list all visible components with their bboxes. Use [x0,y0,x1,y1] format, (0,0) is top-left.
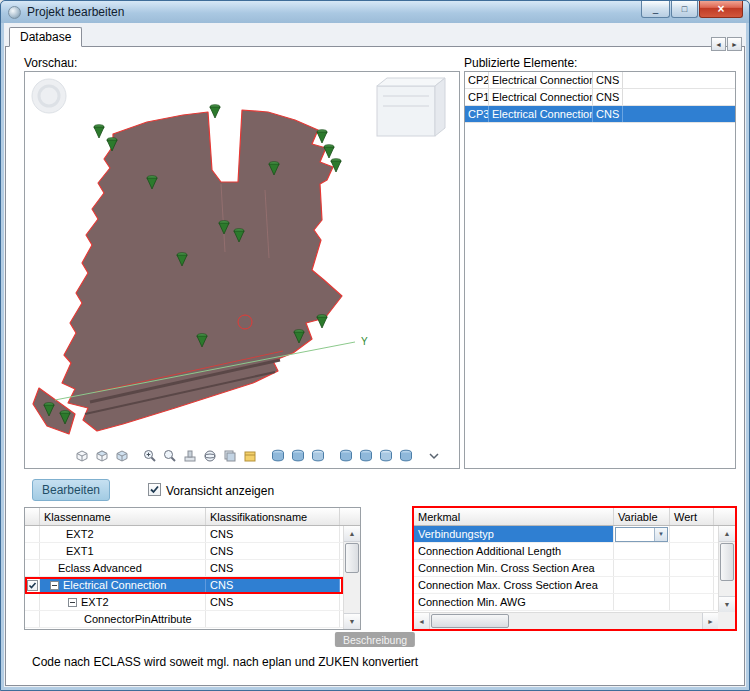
section-view-icon[interactable] [269,448,286,465]
materials-icon[interactable] [241,448,258,465]
layers-icon[interactable] [221,448,238,465]
class-row[interactable]: EXT2 CNS [25,594,343,611]
arrow-right-icon: ► [707,618,714,625]
wert-cell[interactable] [670,543,714,559]
arrow-down-icon: ▼ [724,601,731,608]
section-view-icon[interactable] [357,448,374,465]
scroll-up-button[interactable]: ▲ [344,526,360,542]
scroll-down-button[interactable]: ▼ [719,596,735,612]
show-preview-checkbox[interactable] [148,483,161,496]
header-klassifikationsname[interactable]: Klassifikationsname [206,508,340,525]
scroll-left-button[interactable]: ◄ [414,613,430,629]
class-row[interactable]: EXT1 CNS [25,543,343,560]
variable-cell[interactable] [614,560,670,576]
published-row-selected[interactable]: CP3 Electrical Connection CNS [465,106,735,123]
header-merkmal[interactable]: Merkmal [414,508,614,525]
published-row[interactable]: CP2 Electrical Connection CNS [465,72,735,89]
row-checkbox-cell[interactable] [25,611,40,627]
row-checkbox-cell[interactable] [25,594,40,610]
dialog-client-area: Database ◄ ► Vorschau: Publizierte Eleme… [4,23,746,687]
nav-left-button[interactable]: ◄ [711,37,726,51]
published-row[interactable]: CP1 Electrical Connection CNS [465,89,735,106]
header-wert[interactable]: Wert [670,508,714,525]
merkmal-vscrollbar[interactable]: ▲ ▼ [718,526,735,612]
class-row-selected[interactable]: Electrical Connection CNS [25,577,343,594]
class-classification: CNS [206,543,340,559]
scroll-thumb[interactable] [431,614,509,628]
edit-button[interactable]: Bearbeiten [32,479,110,501]
published-type: Electrical Connection [489,89,593,105]
merkmal-row[interactable]: Connection Min. Cross Section Area [414,560,718,577]
wert-cell[interactable] [670,577,714,593]
variable-cell[interactable] [614,577,670,593]
header-klassenname[interactable]: Klassenname [40,508,206,525]
row-checkbox-cell[interactable] [25,543,40,559]
tab-database[interactable]: Database [9,27,82,47]
y-axis-label: Y [361,336,368,347]
section-view-icon[interactable] [397,448,414,465]
chevron-down-icon[interactable] [425,448,442,465]
nav-right-button[interactable]: ► [727,37,742,51]
variable-cell[interactable] [614,543,670,559]
collapse-expander-icon[interactable] [68,598,77,607]
minimize-button[interactable]: – [641,1,670,18]
dropdown-button[interactable]: ▼ [654,528,667,541]
class-name: EXT2 [66,528,94,540]
collapse-expander-icon[interactable] [50,581,59,590]
wert-cell[interactable] [670,594,714,610]
merkmal-hscrollbar[interactable]: ◄ ► [414,612,718,629]
merkmal-row[interactable]: Connection Max. Cross Section Area [414,577,718,594]
section-view-icon[interactable] [377,448,394,465]
scroll-down-button[interactable]: ▼ [344,613,360,629]
merkmal-name: Connection Min. AWG [414,594,614,610]
scroll-up-button[interactable]: ▲ [719,526,735,542]
row-checkbox-checked[interactable] [27,580,38,591]
top-view-icon[interactable] [113,448,130,465]
scroll-thumb[interactable] [720,543,734,581]
published-elements-table: CP2 Electrical Connection CNS CP1 Electr… [464,71,736,469]
preview-label: Vorschau: [24,56,77,70]
section-view-icon[interactable] [309,448,326,465]
database-panel: Vorschau: Publizierte Elemente: [5,46,745,686]
class-row[interactable]: EXT2 CNS [25,526,343,543]
show-preview-label: Voransicht anzeigen [166,484,274,498]
class-name: ConnectorPinAttribute [84,613,192,625]
merkmal-row-selected[interactable]: Verbindungstyp ▼ [414,526,718,543]
dialog-projekt-bearbeiten: Projekt bearbeiten – □ × Database ◄ ► Vo… [0,0,750,691]
stamp-icon[interactable] [181,448,198,465]
merkmal-row[interactable]: Connection Additional Length [414,543,718,560]
row-checkbox-cell[interactable] [25,577,40,593]
merkmal-name: Connection Additional Length [414,543,614,559]
scroll-right-button[interactable]: ► [702,613,718,629]
preview-viewport[interactable]: Y [24,71,460,469]
merkmal-row[interactable]: Connection Min. AWG [414,594,718,611]
class-row[interactable]: Eclass Advanced CNS [25,560,343,577]
section-view-icon[interactable] [289,448,306,465]
close-button[interactable]: × [699,1,743,18]
scroll-thumb[interactable] [345,543,359,573]
class-classification: CNS [206,594,340,610]
iso-view-icon[interactable] [73,448,90,465]
zoom-in-icon[interactable] [141,448,158,465]
front-view-icon[interactable] [93,448,110,465]
maximize-button[interactable]: □ [671,1,698,18]
description-header-button[interactable]: Beschreibung [335,632,415,647]
header-checkbox-col[interactable] [25,508,40,525]
published-ns: CNS [593,72,623,88]
variable-cell[interactable] [614,594,670,610]
class-row[interactable]: ConnectorPinAttribute [25,611,343,628]
variable-dropdown[interactable]: ▼ [615,527,668,542]
row-checkbox-cell[interactable] [25,560,40,576]
window-title: Projekt bearbeiten [27,5,124,19]
class-table-vscrollbar[interactable]: ▲ ▼ [343,526,360,629]
section-view-icon[interactable] [337,448,354,465]
orbit-icon[interactable] [201,448,218,465]
wert-cell[interactable] [670,560,714,576]
zoom-window-icon[interactable] [161,448,178,465]
published-id: CP1 [465,89,489,105]
header-variable[interactable]: Variable [614,508,670,525]
app-icon [8,6,21,19]
titlebar[interactable]: Projekt bearbeiten – □ × [1,1,749,23]
wert-cell[interactable] [670,526,714,542]
row-checkbox-cell[interactable] [25,526,40,542]
